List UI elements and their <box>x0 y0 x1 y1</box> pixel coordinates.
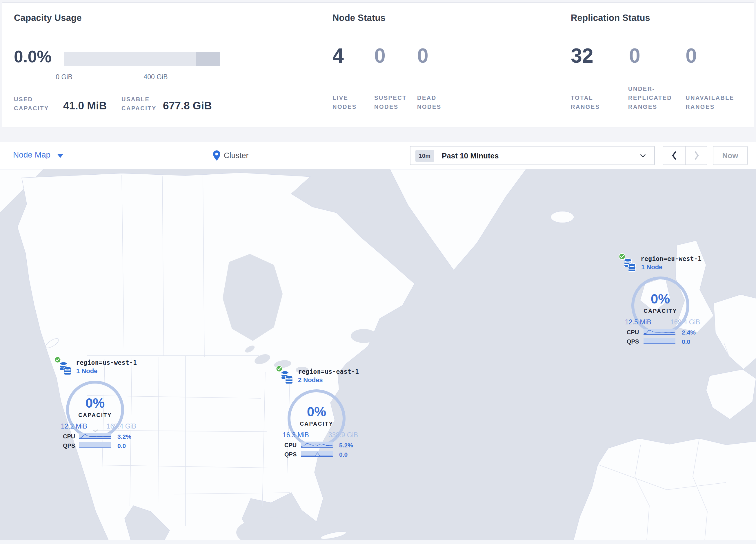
dead-nodes-count: 0 <box>417 44 428 67</box>
qps-value: 0.0 <box>682 338 690 345</box>
total-ranges-label: TOTAL RANGES <box>571 93 613 111</box>
toolbar-divider <box>404 142 404 169</box>
cpu-value: 5.2% <box>339 442 353 449</box>
time-range-select[interactable]: 10m Past 10 Minutes <box>410 146 655 165</box>
map-bottom-strip <box>0 540 756 544</box>
replication-status-title: Replication Status <box>571 13 650 23</box>
cpu-sparkline <box>79 433 111 439</box>
qps-sparkline <box>301 451 333 457</box>
gauge-percent: 0% <box>285 404 348 420</box>
region-badge-us-east-1[interactable]: region=us-east-1 2 Nodes 0% CAPACITY 16.… <box>272 365 365 463</box>
total-ranges-count: 32 <box>571 44 593 67</box>
now-button[interactable]: Now <box>713 146 748 165</box>
dead-nodes-label: DEAD NODES <box>417 93 452 111</box>
breadcrumb[interactable]: Cluster <box>224 151 249 160</box>
region-node-count[interactable]: 1 Node <box>641 263 662 271</box>
region-title: region=us-east-1 <box>298 368 359 375</box>
qps-label: QPS <box>284 451 297 458</box>
chevron-left-icon <box>671 151 677 160</box>
under-replicated-label: UNDER-REPLICATED RANGES <box>628 84 679 111</box>
node-map-page: Capacity Usage 0.0% 0 GiB 400 GiB USED C… <box>0 0 756 544</box>
suspect-nodes-count: 0 <box>374 44 386 67</box>
chevron-right-icon <box>694 151 699 160</box>
time-range-label: Past 10 Minutes <box>442 151 499 160</box>
cpu-label: CPU <box>63 433 75 440</box>
usable-capacity-value: 677.8 GiB <box>163 100 212 112</box>
cpu-value: 2.4% <box>682 329 696 336</box>
capacity-used: 12.2 MiB <box>61 423 96 430</box>
region-node-count[interactable]: 1 Node <box>76 367 97 375</box>
region-badge-us-west-1[interactable]: region=us-west-1 1 Node 0% CAPACITY 12.2… <box>49 356 142 454</box>
used-capacity-value: 41.0 MiB <box>63 100 107 112</box>
chevron-down-icon <box>639 153 646 158</box>
cpu-sparkline <box>644 329 675 335</box>
capacity-axis-0: 0 GiB <box>47 73 81 81</box>
gauge-capacity-label: CAPACITY <box>285 421 348 427</box>
gauge-capacity-label: CAPACITY <box>63 412 127 418</box>
live-nodes-count: 4 <box>332 44 344 67</box>
unavailable-count: 0 <box>686 44 697 67</box>
qps-label: QPS <box>63 443 75 449</box>
cpu-label: CPU <box>284 442 297 449</box>
qps-sparkline <box>79 442 111 448</box>
database-stack-icon <box>281 371 293 385</box>
region-title: region=us-west-1 <box>76 359 137 366</box>
capacity-usage-title: Capacity Usage <box>14 13 82 23</box>
qps-label: QPS <box>627 338 639 345</box>
capacity-total: 169.4 GiB <box>659 318 700 326</box>
qps-value: 0.0 <box>339 451 348 458</box>
region-badge-eu-west-1[interactable]: region=eu-west-1 1 Node 0% CAPACITY 12.5… <box>617 252 710 351</box>
caret-down-icon[interactable] <box>57 154 63 158</box>
gauge-percent: 0% <box>628 291 692 307</box>
gauge-percent: 0% <box>63 395 127 411</box>
unavailable-label: UNAVAILABLE RANGES <box>686 93 744 111</box>
live-nodes-label: LIVE NODES <box>332 93 367 111</box>
suspect-nodes-label: SUSPECT NODES <box>374 93 413 111</box>
capacity-total: 169.4 GiB <box>96 423 136 430</box>
time-next-button[interactable] <box>686 146 708 164</box>
capacity-percent: 0.0% <box>14 47 52 66</box>
location-pin-icon <box>213 150 220 161</box>
usable-capacity-label: USABLE CAPACITY <box>121 95 168 113</box>
chevron-down-icon[interactable] <box>92 429 99 432</box>
capacity-axis-400: 400 GiB <box>138 73 173 81</box>
time-range-badge: 10m <box>415 150 434 162</box>
capacity-total: 338.9 GiB <box>317 431 358 439</box>
gauge-capacity-label: CAPACITY <box>628 308 692 314</box>
time-prev-button[interactable] <box>663 146 685 164</box>
database-stack-icon <box>59 362 72 376</box>
used-capacity-label: USED CAPACITY <box>14 95 57 113</box>
qps-value: 0.0 <box>117 443 126 449</box>
capacity-used: 12.5 MiB <box>625 318 660 326</box>
cpu-value: 3.2% <box>117 433 131 440</box>
capacity-bar-reserved-segment <box>196 52 220 66</box>
time-nav-group <box>663 146 707 165</box>
database-stack-icon <box>624 258 636 273</box>
under-replicated-count: 0 <box>629 44 640 67</box>
capacity-used: 16.3 MiB <box>283 431 317 439</box>
region-node-count[interactable]: 2 Nodes <box>298 376 323 384</box>
capacity-bar <box>64 52 220 66</box>
qps-sparkline <box>644 338 675 344</box>
region-title: region=eu-west-1 <box>641 255 702 262</box>
cpu-label: CPU <box>627 329 639 336</box>
cpu-sparkline <box>301 442 333 448</box>
node-status-title: Node Status <box>332 13 386 23</box>
view-selector[interactable]: Node Map <box>13 150 50 159</box>
